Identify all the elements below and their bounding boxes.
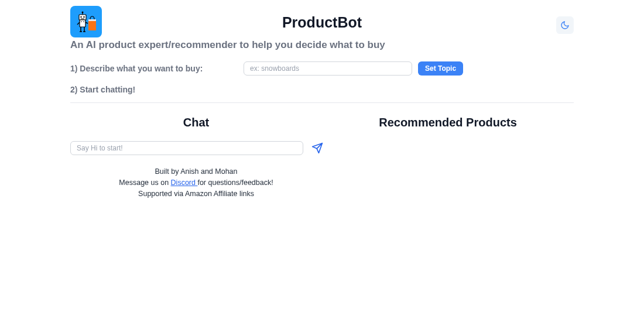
footer-discord-line: Message us on Discord for questions/feed… xyxy=(70,178,322,188)
step1-label: 1) Describe what you want to buy: xyxy=(70,64,244,73)
svg-point-4 xyxy=(83,16,84,18)
svg-rect-16 xyxy=(88,19,96,21)
svg-point-7 xyxy=(81,21,82,22)
recommended-heading: Recommended Products xyxy=(322,116,574,129)
discord-link[interactable]: Discord xyxy=(171,179,198,187)
svg-line-9 xyxy=(77,22,80,25)
step2-label: 2) Start chatting! xyxy=(70,85,574,94)
page-title: ProductBot xyxy=(282,14,362,31)
robot-icon xyxy=(74,9,98,34)
footer-section: Built by Anish and Mohan Message us on D… xyxy=(70,167,322,199)
page-subtitle: An AI product expert/recommender to help… xyxy=(70,39,574,51)
svg-rect-2 xyxy=(79,15,86,20)
footer-built-by: Built by Anish and Mohan xyxy=(70,167,322,177)
svg-line-10 xyxy=(85,22,88,23)
footer-affiliate: Supported via Amazon Affiliate links xyxy=(70,189,322,199)
set-topic-button[interactable]: Set Topic xyxy=(418,61,463,76)
svg-rect-15 xyxy=(88,20,96,30)
send-button[interactable] xyxy=(311,142,323,154)
moon-icon xyxy=(560,20,570,30)
svg-point-8 xyxy=(83,21,84,22)
chat-heading: Chat xyxy=(70,116,322,129)
theme-toggle-button[interactable] xyxy=(556,16,574,34)
topic-input[interactable] xyxy=(244,61,412,76)
svg-rect-6 xyxy=(80,20,85,27)
app-logo xyxy=(70,6,102,37)
svg-point-3 xyxy=(80,16,81,18)
chat-input[interactable] xyxy=(70,141,303,155)
send-icon xyxy=(311,142,323,154)
divider xyxy=(70,102,574,103)
